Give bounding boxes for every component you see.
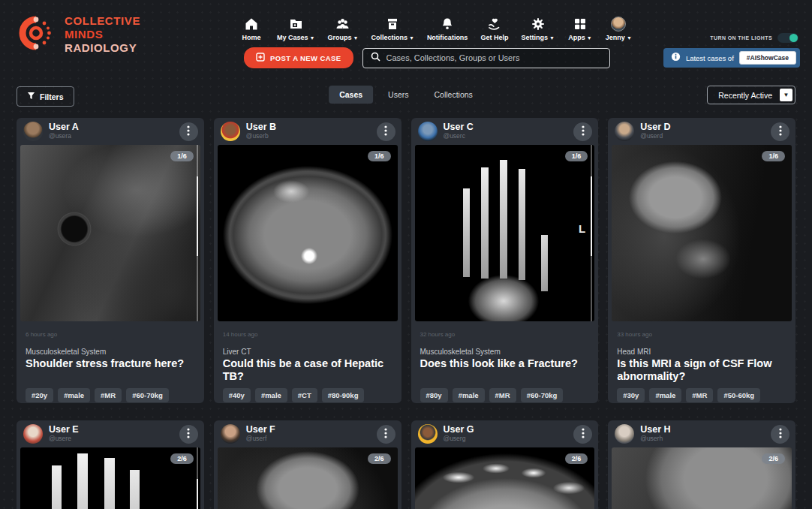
user-avatar[interactable] — [221, 424, 240, 444]
tab-users[interactable]: Users — [377, 86, 419, 104]
case-title[interactable]: Does this look like a Fracture? — [420, 357, 590, 383]
case-card[interactable]: User G @userg 2/6 — [411, 420, 599, 509]
tab-cases[interactable]: Cases — [329, 86, 373, 104]
user-avatar[interactable] — [418, 424, 438, 444]
user-avatar[interactable] — [615, 122, 634, 141]
case-card[interactable]: User A @usera 1/6 6 hours ago Musculoske… — [17, 118, 204, 403]
tab-collections[interactable]: Collections — [424, 86, 483, 104]
tag-pill[interactable]: #MR — [489, 388, 516, 402]
global-search[interactable] — [362, 48, 610, 68]
image-scrollbar[interactable] — [197, 447, 198, 509]
lights-toggle[interactable] — [777, 33, 798, 43]
image-scrollbar[interactable] — [197, 145, 198, 321]
card-menu-button[interactable] — [179, 425, 198, 444]
laterality-marker: L — [579, 222, 585, 235]
tag-pill[interactable]: #male — [255, 388, 287, 402]
tag-pill[interactable]: #30y — [617, 388, 645, 402]
nav-item-apps[interactable]: Apps▼ — [567, 17, 593, 41]
user-avatar[interactable] — [23, 424, 43, 444]
image-counter-badge: 2/6 — [565, 453, 588, 464]
case-card[interactable]: User B @userb 1/6 14 hours ago Liver CT … — [214, 118, 401, 403]
case-scan-image[interactable]: 2/6 — [415, 447, 595, 509]
nav-item-notifications[interactable]: Notifications — [427, 17, 468, 41]
user-name[interactable]: User A — [49, 122, 173, 133]
showcase-banner[interactable]: Latest cases of #AIShowCase — [663, 48, 800, 68]
case-scan-image[interactable]: 1/6 — [20, 145, 200, 321]
tag-pill[interactable]: #CT — [292, 388, 317, 402]
nav-item-profile[interactable]: Jenny▼ — [606, 17, 632, 41]
tag-pill[interactable]: #male — [649, 388, 681, 402]
user-avatar[interactable] — [221, 122, 240, 141]
post-new-case-label: POST A NEW CASE — [270, 54, 341, 62]
case-category: Musculoskeletal System — [26, 348, 195, 356]
tag-pill[interactable]: #80-90kg — [322, 388, 365, 402]
tag-pill[interactable]: #80y — [420, 388, 448, 402]
nav-item-collections[interactable]: Collections▼ — [371, 17, 414, 41]
tag-pill[interactable]: #50-60kg — [717, 388, 760, 402]
user-name[interactable]: User G — [444, 425, 568, 435]
card-menu-button[interactable] — [771, 425, 789, 444]
caret-down-icon: ▼ — [549, 35, 555, 41]
user-name[interactable]: User H — [640, 425, 765, 435]
case-card[interactable]: User E @usere 2/6 L — [17, 420, 204, 509]
sort-dropdown[interactable]: Recently Active ▼ — [707, 86, 795, 104]
case-scan-image[interactable]: 1/6 L — [415, 145, 595, 321]
lights-label: TURN ON THE LIGHTS — [710, 35, 772, 41]
user-name[interactable]: User D — [640, 122, 765, 133]
tag-pill[interactable]: #40y — [223, 388, 251, 402]
tag-pill[interactable]: #20y — [26, 388, 53, 402]
case-scan-image[interactable]: 2/6 L — [20, 447, 200, 509]
card-menu-button[interactable] — [377, 122, 395, 141]
case-scan-image[interactable]: 2/6 — [218, 447, 398, 509]
case-scan-image[interactable]: 1/6 — [218, 145, 398, 321]
case-title[interactable]: Shoulder stress fracture here? — [26, 357, 195, 383]
tag-list: #20y#male#MR#60-70kg — [26, 388, 195, 402]
nav-item-get-help[interactable]: Get Help — [480, 17, 508, 41]
case-card[interactable]: User F @userf 2/6 — [214, 420, 401, 509]
user-name[interactable]: User C — [444, 122, 568, 133]
card-menu-button[interactable] — [573, 425, 592, 444]
user-name[interactable]: User E — [49, 425, 173, 435]
image-scrollbar[interactable] — [591, 145, 592, 321]
user-name[interactable]: User F — [246, 425, 371, 435]
tag-pill[interactable]: #MR — [95, 388, 122, 402]
user-avatar[interactable] — [615, 424, 634, 444]
tag-pill[interactable]: #60-70kg — [126, 388, 169, 402]
card-menu-button[interactable] — [573, 122, 592, 141]
nav-item-groups[interactable]: Groups▼ — [327, 17, 358, 41]
user-avatar[interactable] — [23, 122, 43, 141]
card-menu-button[interactable] — [377, 425, 395, 444]
case-scan-image[interactable]: 2/6 — [612, 447, 792, 509]
tag-pill[interactable]: #60-70kg — [521, 388, 564, 402]
tag-pill[interactable]: #male — [453, 388, 485, 402]
card-header: User C @userc — [411, 118, 599, 145]
nav-item-home[interactable]: Home — [239, 17, 264, 41]
caret-down-icon: ▼ — [409, 35, 414, 41]
search-input[interactable] — [386, 53, 602, 62]
case-title[interactable]: Could this be a case of Hepatic TB? — [223, 357, 392, 383]
bell-icon — [441, 17, 454, 32]
case-scan-image[interactable]: 1/6 — [612, 145, 792, 321]
case-card[interactable]: User H @userh 2/6 — [608, 420, 795, 509]
nav-item-settings[interactable]: Settings▼ — [521, 17, 554, 41]
user-name[interactable]: User B — [246, 122, 371, 133]
tag-pill[interactable]: #MR — [686, 388, 713, 402]
aishowcase-button[interactable]: #AIShowCase — [739, 51, 796, 65]
app-window: COLLECTIVE MINDS RADIOLOGY Home My Cases… — [0, 0, 812, 509]
case-title[interactable]: Is this MRI a sign of CSF Flow abnormali… — [617, 357, 786, 383]
case-card[interactable]: User C @userc 1/6 L 32 hours ago Musculo… — [411, 118, 599, 403]
card-menu-button[interactable] — [771, 122, 789, 141]
collections-box-icon — [386, 17, 399, 32]
filters-button[interactable]: Filters — [17, 86, 74, 107]
nav-item-my-cases[interactable]: My Cases▼ — [277, 17, 314, 41]
brand-logo[interactable]: COLLECTIVE MINDS RADIOLOGY — [17, 14, 140, 56]
post-new-case-button[interactable]: POST A NEW CASE — [244, 47, 353, 68]
card-header: User B @userb — [214, 118, 401, 145]
card-header: User H @userh — [608, 420, 795, 447]
caret-down-icon: ▼ — [587, 35, 592, 41]
card-menu-button[interactable] — [179, 122, 198, 141]
tag-pill[interactable]: #male — [58, 388, 90, 402]
user-avatar[interactable] — [418, 122, 438, 141]
filters-label: Filters — [40, 92, 64, 101]
case-card[interactable]: User D @userd 1/6 33 hours ago Head MRI … — [608, 118, 795, 403]
